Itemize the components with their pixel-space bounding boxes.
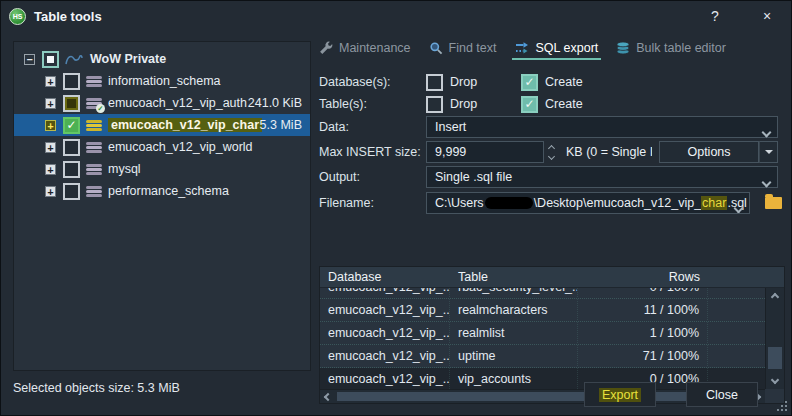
tab-bulk-table-editor[interactable]: Bulk table editor — [616, 41, 726, 60]
tab-bar: Maintenance Find text SQL export — [319, 41, 785, 67]
data-select-value: Insert — [435, 120, 466, 134]
vertical-scroll-thumb[interactable] — [768, 347, 782, 369]
table-row[interactable]: emucoach_v12_vip_... rbac_security_level… — [320, 288, 765, 299]
table-row[interactable]: emucoach_v12_vip_... uptime 71 / 100% — [320, 345, 765, 368]
table-create-checkbox[interactable]: ✓ — [521, 96, 538, 113]
output-select[interactable]: Single .sql file — [426, 166, 778, 188]
cell-database: emucoach_v12_vip_... — [320, 322, 450, 345]
expand-icon[interactable]: + — [45, 142, 56, 153]
tab-label: Bulk table editor — [636, 41, 726, 55]
database-drop-checkbox[interactable] — [426, 74, 443, 91]
database-drop-option[interactable]: Drop — [426, 74, 477, 91]
filename-input[interactable]: C:\Users\Desktop\emucoach_v12_vip_char.s… — [426, 192, 750, 214]
tree-row-mysql[interactable]: + mysql — [14, 158, 310, 180]
close-button-label: Close — [706, 388, 738, 402]
table-header: Database Table Rows — [320, 267, 784, 288]
tree-row-char-selected[interactable]: + ✓ emucoach_v12_vip_char 5.3 MiB — [14, 114, 310, 136]
database-create-option[interactable]: ✓ Create — [521, 74, 583, 91]
database-checkbox[interactable] — [63, 73, 80, 90]
export-button[interactable]: Export — [584, 382, 656, 407]
filename-row: Filename: C:\Users\Desktop\emucoach_v12_… — [319, 192, 785, 214]
close-window-button[interactable]: × — [759, 8, 775, 24]
expand-icon[interactable]: + — [45, 186, 56, 197]
collapse-icon[interactable]: − — [24, 54, 35, 65]
data-select[interactable]: Insert — [426, 116, 778, 138]
chevron-down-icon — [733, 204, 743, 214]
databases-row: Database(s): Drop ✓ Create — [319, 71, 785, 93]
data-row: Data: Insert — [319, 116, 785, 138]
scroll-up-icon[interactable] — [771, 293, 779, 301]
close-button[interactable]: Close — [686, 382, 758, 407]
tree-row-world[interactable]: + emucoach_v12_vip_world — [14, 136, 310, 158]
help-button[interactable]: ? — [707, 8, 723, 24]
table-body: emucoach_v12_vip_... rbac_security_level… — [320, 288, 765, 389]
max-insert-stepper[interactable] — [544, 141, 558, 163]
database-checkbox[interactable] — [63, 183, 80, 200]
max-insert-row: Max INSERT size: 9,999 KB (0 = Single IN… — [319, 141, 785, 163]
database-checkbox[interactable] — [63, 95, 80, 112]
options-dropdown-button[interactable] — [759, 141, 778, 163]
table-row[interactable]: emucoach_v12_vip_... realmcharacters 11 … — [320, 299, 765, 322]
cell-rows: 1 / 100% — [578, 322, 708, 345]
filename-mid: \Desktop\emucoach_v12_vip_ — [534, 196, 701, 210]
vertical-scrollbar[interactable] — [765, 288, 784, 389]
database-checkbox[interactable] — [63, 139, 80, 156]
tab-label: SQL export — [536, 41, 599, 55]
chevron-down-icon — [762, 128, 772, 138]
cell-table: realmcharacters — [450, 299, 578, 322]
options-button[interactable]: Options — [659, 141, 759, 163]
session-checkbox[interactable] — [42, 51, 59, 68]
database-label: emucoach_v12_vip_char — [108, 118, 262, 132]
session-label: WoW Private — [90, 52, 166, 66]
table-drop-checkbox[interactable] — [426, 96, 443, 113]
export-arrows-icon — [515, 41, 530, 55]
title-bar: HS Table tools ? × — [1, 1, 791, 31]
tree-row-auth[interactable]: + ✓ emucoach_v12_vip_auth 241.0 KiB — [14, 92, 310, 114]
database-checkbox[interactable]: ✓ — [63, 117, 80, 134]
cell-rows: 71 / 100% — [578, 345, 708, 368]
table-create-option[interactable]: ✓ Create — [521, 96, 583, 113]
database-create-checkbox[interactable]: ✓ — [521, 74, 538, 91]
heidisql-logo-icon: HS — [9, 8, 26, 25]
create-label: Create — [545, 75, 583, 89]
expand-icon[interactable]: + — [45, 76, 56, 87]
options-button-label: Options — [687, 145, 730, 159]
main-content: Maintenance Find text SQL export — [319, 41, 785, 236]
tab-maintenance[interactable]: Maintenance — [319, 41, 411, 60]
column-header-table: Table — [450, 270, 578, 284]
table-row[interactable]: emucoach_v12_vip_... realmlist 1 / 100% — [320, 322, 765, 345]
spin-up-icon[interactable] — [547, 144, 554, 151]
tables-label: Table(s): — [319, 97, 426, 111]
expand-icon[interactable]: + — [45, 98, 56, 109]
output-label: Output: — [319, 170, 426, 184]
tab-sql-export[interactable]: SQL export — [515, 41, 599, 60]
database-checkbox[interactable] — [63, 161, 80, 178]
filename-highlight: char — [701, 196, 727, 210]
scroll-left-icon[interactable] — [324, 393, 332, 401]
tree-row-performance-schema[interactable]: + performance_schema — [14, 180, 310, 202]
folder-icon — [765, 197, 782, 209]
resize-grip[interactable] — [775, 399, 789, 413]
expand-icon[interactable]: + — [45, 164, 56, 175]
filename-path: C:\Users\Desktop\emucoach_v12_vip_char.s… — [435, 196, 747, 210]
tree-row-information-schema[interactable]: + information_schema — [14, 70, 310, 92]
database-label: information_schema — [108, 74, 221, 88]
tab-label: Find text — [449, 41, 497, 55]
redacted-username — [485, 197, 533, 209]
tab-find-text[interactable]: Find text — [429, 41, 497, 60]
status-text: Selected objects size: 5.3 MiB — [13, 381, 180, 395]
expand-icon[interactable]: + — [45, 120, 56, 131]
data-label: Data: — [319, 120, 426, 134]
max-insert-input[interactable]: 9,999 — [426, 141, 544, 163]
database-icon — [86, 140, 102, 154]
scroll-down-icon[interactable] — [771, 376, 779, 384]
browse-file-button[interactable] — [762, 192, 785, 214]
cell-database: emucoach_v12_vip_... — [320, 368, 450, 389]
cell-table: rbac_security_level_... — [450, 288, 578, 299]
table-drop-option[interactable]: Drop — [426, 96, 477, 113]
database-label: performance_schema — [108, 184, 229, 198]
tree-row-session[interactable]: − WoW Private — [14, 48, 310, 70]
spin-down-icon[interactable] — [547, 152, 554, 159]
cell-table: vip_accounts — [450, 368, 578, 389]
check-mark-icon: ✓ — [523, 75, 536, 89]
